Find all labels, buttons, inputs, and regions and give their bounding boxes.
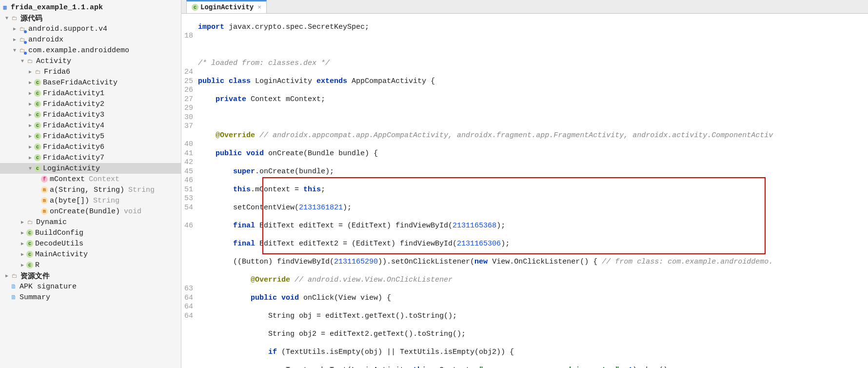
tree-folder-dynamic[interactable]: 🗀 Dynamic [0,217,181,227]
tree-pkg-androidx[interactable]: 🗀 androidx [0,34,181,45]
tree-item-frida1[interactable]: c FridaActivity1 [0,88,181,99]
tree-member-a-string[interactable]: m a(String, String) String [0,184,181,195]
arrow-icon [27,101,33,107]
tree-member-a-byte[interactable]: m a(byte[]) String [0,195,181,206]
folder-icon: 🗀 [11,272,19,280]
arrow-icon [12,26,18,32]
arrow-icon [4,273,10,279]
tree-item-loginactivity[interactable]: c LoginActivity [0,163,181,174]
close-icon[interactable]: × [257,4,261,11]
item-label: DecodeUtils [35,240,83,248]
arrow-icon [20,59,25,64]
member-name: a(String, String) [50,186,124,194]
resources-label: 资源文件 [20,271,50,281]
item-label: FridaActivity4 [43,122,104,130]
editor-pane: c LoginActivity × 1824252627293037404142… [181,0,868,368]
class-icon: c [26,262,33,268]
class-icon: c [26,251,33,258]
tree-folder-activity[interactable]: 🗀 Activity [0,56,181,66]
class-icon: c [34,79,41,86]
tree-pkg-support[interactable]: 🗀 android.support.v4 [0,23,181,34]
method-icon: m [41,186,48,193]
tree-item-buildconfig[interactable]: c BuildConfig [0,227,181,238]
arrow-icon [20,230,25,236]
arrow-icon [4,16,10,21]
tree-item-frida2[interactable]: c FridaActivity2 [0,99,181,109]
tree-item-mainactivity[interactable]: c MainActivity [0,249,181,260]
item-label: BaseFridaActivity [43,79,118,87]
folder-icon: 🗀 [26,57,34,65]
item-label: MainActivity [35,250,88,259]
arrow-icon [27,155,33,161]
tree-apk-signature[interactable]: 🗎 APK signature [0,281,181,292]
class-icon: c [34,122,41,129]
tree-source-root[interactable]: 🗀 源代码 [0,13,181,23]
item-label: FridaActivity6 [43,143,104,151]
class-icon: c [34,154,41,161]
arrow-icon [27,123,33,128]
item-label: FridaActivity2 [43,100,104,108]
pkg-label: com.example.androiddemo [28,46,129,55]
item-label: Frida6 [44,68,70,76]
tree-root-apk[interactable]: ▦ frida_example_1.1.apk [0,2,181,13]
arrow-icon [12,37,18,42]
tab-label: LoginActivity [200,3,254,11]
code-editor[interactable]: 1824252627293037404142454651535446636464… [181,14,868,368]
member-type: String [128,186,155,194]
member-name: mContext [50,175,85,184]
tree-member-mcontext[interactable]: f mContext Context [0,174,181,184]
app-root: ▦ frida_example_1.1.apk 🗀 源代码 🗀 android.… [0,0,868,368]
class-icon: c [34,165,41,172]
method-icon: m [41,208,48,215]
member-name: a(byte[]) [50,197,89,205]
member-type: Context [89,175,119,184]
item-label: Dynamic [36,218,67,226]
arrow-icon [27,112,33,118]
tree-item-frida3[interactable]: c FridaActivity3 [0,109,181,120]
item-label: BuildConfig [35,229,83,237]
member-name: onCreate(Bundle) [50,207,120,216]
arrow-icon [12,48,18,53]
tree-member-oncreate[interactable]: m onCreate(Bundle) void [0,206,181,217]
item-label: FridaActivity1 [43,89,104,98]
line-numbers: 1824252627293037404142454651535446636464… [181,14,196,368]
item-label: R [35,261,39,269]
tree-summary[interactable]: 🗎 Summary [0,292,181,303]
member-type: String [93,197,119,205]
class-icon: c [34,133,41,140]
class-icon: c [192,4,198,11]
project-tree[interactable]: ▦ frida_example_1.1.apk 🗀 源代码 🗀 android.… [0,0,181,368]
arrow-icon [20,262,25,268]
arrow-icon [20,251,25,257]
summary-label: Summary [20,293,50,302]
arrow-icon [27,144,33,150]
tree-item-frida4[interactable]: c FridaActivity4 [0,120,181,131]
editor-tabbar: c LoginActivity × [181,0,868,14]
arrow-icon [27,69,33,75]
root-label: frida_example_1.1.apk [11,3,103,12]
apk-icon: ▦ [1,3,9,11]
arrow-icon [27,80,33,85]
tree-item-basefrida[interactable]: c BaseFridaActivity [0,77,181,88]
folder-icon: 🗀 [11,14,19,22]
package-icon: 🗀 [19,36,26,43]
tab-loginactivity[interactable]: c LoginActivity × [186,0,267,13]
folder-icon: 🗀 [26,218,34,226]
tree-item-frida7[interactable]: c FridaActivity7 [0,152,181,163]
arrow-icon [27,133,33,139]
tree-resources[interactable]: 🗀 资源文件 [0,270,181,281]
apk-sig-label: APK signature [20,283,77,291]
tree-item-decodeutils[interactable]: c DecodeUtils [0,238,181,249]
summary-icon: 🗎 [10,293,18,301]
arrow-icon [20,241,25,246]
tree-item-frida6[interactable]: 🗀 Frida6 [0,66,181,77]
tree-item-frida5[interactable]: c FridaActivity5 [0,131,181,142]
code-content[interactable]: import javax.crypto.spec.SecretKeySpec; … [196,14,868,368]
folder-icon: 🗀 [34,68,42,76]
folder-label: Activity [36,57,71,65]
tree-item-frida6[interactable]: c FridaActivity6 [0,142,181,152]
tree-pkg-example[interactable]: 🗀 com.example.androiddemo [0,45,181,56]
signature-icon: 🗎 [10,283,18,290]
arrow-icon [27,90,33,96]
tree-item-r[interactable]: c R [0,260,181,270]
